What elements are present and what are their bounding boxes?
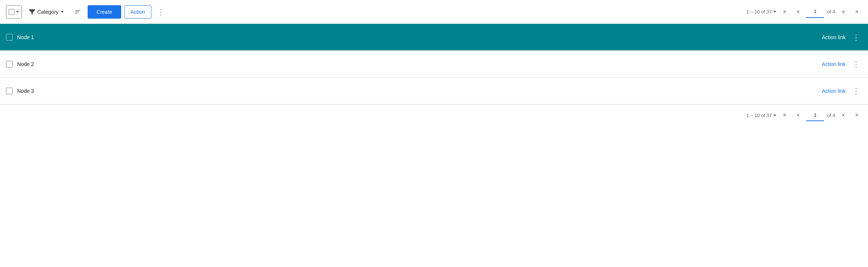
first-page-button-top[interactable]: × bbox=[779, 7, 790, 17]
pagination-top: 1 – 10 of 37 × × of 4 × × bbox=[746, 6, 862, 18]
more-options-button[interactable]: ⋮ bbox=[154, 5, 168, 19]
next-page-button-top[interactable]: × bbox=[838, 7, 849, 17]
row-checkbox-2[interactable] bbox=[6, 61, 13, 67]
table-row: Node 3 Action link ⋮ bbox=[0, 78, 868, 104]
row-checkbox-1[interactable] bbox=[6, 34, 13, 41]
page-range-chevron-top bbox=[773, 11, 776, 13]
filter-label: Category bbox=[37, 9, 59, 15]
last-page-button-bottom[interactable]: × bbox=[852, 110, 862, 120]
sort-button[interactable] bbox=[71, 5, 85, 19]
page-range-chevron-bottom bbox=[773, 114, 776, 116]
row-more-icon-3: ⋮ bbox=[852, 87, 860, 95]
bottom-bar: 1 – 10 of 37 × × of 4 × × bbox=[0, 104, 868, 126]
filter-button[interactable]: Category bbox=[25, 5, 68, 19]
select-all-chevron-icon bbox=[16, 11, 19, 13]
select-all-checkbox-dropdown[interactable] bbox=[6, 5, 22, 19]
sort-icon bbox=[75, 9, 81, 15]
last-page-button-top[interactable]: × bbox=[852, 7, 862, 17]
first-page-button-bottom[interactable]: × bbox=[779, 110, 790, 120]
prev-page-button-bottom[interactable]: × bbox=[793, 110, 803, 120]
table-row: Node 2 Action link ⋮ bbox=[0, 51, 868, 78]
create-button[interactable]: Create bbox=[88, 5, 121, 19]
next-page-button-bottom[interactable]: × bbox=[838, 110, 849, 120]
more-options-icon: ⋮ bbox=[157, 8, 165, 16]
toolbar: Category Create Action ⋮ 1 – 10 of 37 × … bbox=[0, 0, 868, 24]
of-label-top: of 4 bbox=[827, 9, 835, 15]
filter-chevron-icon bbox=[61, 11, 64, 13]
page-input-bottom[interactable] bbox=[806, 109, 824, 121]
pagination-bottom: 1 – 10 of 37 × × of 4 × × bbox=[746, 109, 862, 121]
row-label-1: Node 1 bbox=[17, 34, 817, 40]
list-area: Node 1 Action link ⋮ Node 2 Action link … bbox=[0, 24, 868, 104]
row-more-button-3[interactable]: ⋮ bbox=[850, 85, 862, 97]
select-all-checkbox bbox=[9, 9, 15, 15]
row-action-link-2[interactable]: Action link bbox=[822, 61, 846, 67]
page-range-bottom[interactable]: 1 – 10 of 37 bbox=[746, 113, 777, 118]
filter-icon bbox=[29, 9, 35, 15]
page-range-label-bottom: 1 – 10 of 37 bbox=[746, 113, 772, 118]
row-more-icon-2: ⋮ bbox=[852, 60, 860, 68]
page-range-top[interactable]: 1 – 10 of 37 bbox=[746, 9, 777, 15]
row-action-link-1[interactable]: Action link bbox=[822, 34, 846, 40]
row-label-3: Node 3 bbox=[17, 88, 817, 94]
row-more-button-1[interactable]: ⋮ bbox=[850, 31, 862, 43]
row-action-link-3[interactable]: Action link bbox=[822, 88, 846, 94]
action-button[interactable]: Action bbox=[124, 5, 151, 19]
prev-page-button-top[interactable]: × bbox=[793, 7, 803, 17]
row-more-button-2[interactable]: ⋮ bbox=[850, 58, 862, 70]
row-checkbox-3[interactable] bbox=[6, 88, 13, 94]
of-label-bottom: of 4 bbox=[827, 113, 835, 118]
table-row: Node 1 Action link ⋮ bbox=[0, 24, 868, 51]
row-label-2: Node 2 bbox=[17, 61, 817, 67]
page-range-label-top: 1 – 10 of 37 bbox=[746, 9, 772, 15]
row-more-icon-1: ⋮ bbox=[852, 34, 860, 41]
page-input-top[interactable] bbox=[806, 6, 824, 18]
